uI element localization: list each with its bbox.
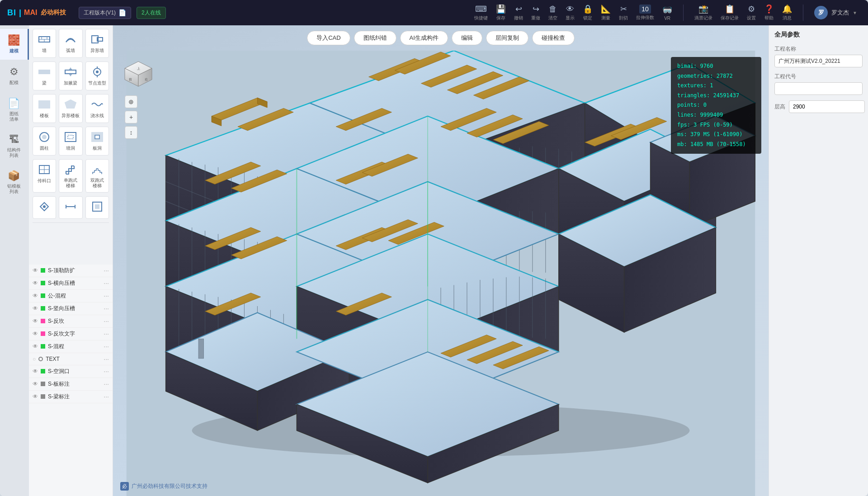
layer-more-l7[interactable]: ··· (104, 343, 109, 350)
view-home-btn[interactable]: + (125, 111, 137, 123)
vp-btn-draw-grid[interactable]: 图纸纠错 (354, 31, 396, 45)
tool-save[interactable]: 💾 保存 (492, 2, 509, 23)
layer-item-l8[interactable]: ○ TEXT ··· (29, 353, 113, 365)
tool-window[interactable]: 传科口 (33, 159, 56, 193)
tool-node[interactable]: 节点造型 (85, 61, 109, 90)
layer-item-l6[interactable]: 👁 S-反坎文字 ··· (29, 328, 113, 340)
floor-height-input[interactable] (789, 100, 865, 113)
layer-eye-l4[interactable]: 👁 (33, 305, 38, 312)
layer-eye-l1[interactable]: 👁 (33, 267, 38, 274)
tool-misc1[interactable] (33, 196, 56, 219)
view-cube[interactable]: 上 前 右 (120, 57, 156, 93)
sidebar-nav-drawings[interactable]: 📄 图纸清单 (0, 92, 29, 128)
tool-stretch[interactable]: 10 拉伸倍数 (632, 3, 658, 23)
layer-eye-l2[interactable]: 👁 (33, 280, 38, 286)
vr-label: VR (664, 16, 670, 21)
layer-item-l5[interactable]: 👁 S-反坎 ··· (29, 315, 113, 328)
tool-help[interactable]: ❓ 帮助 (760, 2, 778, 23)
tool-single-stair[interactable]: 单跑式楼梯 (59, 159, 82, 193)
tool-special-wall[interactable]: 异形墙 (85, 29, 109, 58)
tool-settings[interactable]: ⚙ 设置 (743, 2, 760, 23)
layer-eye-l7[interactable]: 👁 (33, 343, 38, 350)
view-compass-btn[interactable]: ⊕ (125, 95, 137, 108)
layer-item-l10[interactable]: 👁 S-板标注 ··· (29, 378, 113, 391)
user-area[interactable]: 罗 罗文杰 ▼ (811, 4, 861, 21)
layer-item-l7[interactable]: 👁 S-混程 ··· (29, 340, 113, 353)
tool-slab[interactable]: 楼板 (33, 94, 56, 123)
layer-eye-l10[interactable]: 👁 (33, 381, 38, 387)
layer-more-l11[interactable]: ··· (104, 393, 109, 400)
tool-slab-hole[interactable]: 板洞 (85, 127, 109, 156)
layer-eye-l8[interactable]: ○ (33, 356, 36, 362)
vp-btn-collision[interactable]: 碰撞检查 (532, 31, 575, 45)
drawings-label: 图纸清单 (9, 111, 19, 122)
project-code-input[interactable] (774, 82, 863, 95)
tool-pour-line[interactable]: 浇水线 (85, 94, 109, 123)
layer-name-l2: S-横向压槽 (48, 279, 75, 287)
tool-wall[interactable]: 墙 (33, 29, 56, 58)
layer-more-l6[interactable]: ··· (104, 330, 109, 337)
config-label: 配模 (9, 80, 19, 86)
tool-section[interactable]: ✂ 剖切 (615, 2, 632, 23)
logo: BI | MAI 必动科技 (7, 8, 66, 18)
tool-shortcuts[interactable]: ⌨ 快捷键 (471, 2, 491, 23)
svg-rect-20 (68, 135, 73, 139)
tool-add-beam[interactable]: 加腋梁 (59, 61, 82, 90)
layer-more-l4[interactable]: ··· (104, 305, 109, 312)
layer-item-l3[interactable]: 👁 公-混程 ··· (29, 290, 113, 302)
project-name-input[interactable] (774, 55, 863, 67)
tool-arc-wall[interactable]: 弧墙 (59, 29, 82, 58)
vp-btn-floor-copy[interactable]: 层间复制 (486, 31, 528, 45)
vp-btn-ai-generate[interactable]: AI生成构件 (400, 31, 448, 45)
tool-messages[interactable]: 🔔 消息 (778, 2, 796, 23)
layer-item-l2[interactable]: 👁 S-横向压槽 ··· (29, 277, 113, 290)
tool-double-stair[interactable]: 双跑式楼梯 (85, 159, 109, 193)
tool-vr[interactable]: 🥽 VR (659, 3, 676, 23)
sidebar-nav-formwork[interactable]: 📦 铝模板列表 (0, 165, 29, 200)
layer-item-l9[interactable]: 👁 S-空洞口 ··· (29, 365, 113, 378)
view-expand-btn[interactable]: ↕ (125, 126, 137, 139)
layer-eye-l5[interactable]: 👁 (33, 318, 38, 324)
layer-eye-l3[interactable]: 👁 (33, 293, 38, 299)
tool-misc3[interactable] (85, 196, 109, 219)
tool-special-slab[interactable]: 异形楼板 (59, 94, 82, 123)
header: BI | MAI 必动科技 工程版本(V1) 📄 2人在线 ⌨ 快捷键 💾 保存 (0, 0, 868, 25)
tool-measure[interactable]: 📐 测量 (597, 2, 614, 23)
vp-btn-import-cad[interactable]: 导入CAD (307, 31, 350, 45)
layer-more-l1[interactable]: ··· (104, 267, 109, 274)
viewport[interactable]: 导入CAD 图纸纠错 AI生成构件 编辑 层间复制 碰撞检查 (113, 25, 769, 496)
tool-misc2[interactable] (59, 196, 82, 219)
layer-more-l8[interactable]: ··· (104, 355, 109, 363)
wall-label: 墙 (42, 47, 47, 54)
debug-geometries: geometries: 27872 (677, 71, 755, 81)
tool-snapshots[interactable]: 📸 滴票记录 (691, 2, 716, 23)
tool-wall-hole[interactable]: 墙洞 (59, 127, 82, 156)
sidebar-nav-build[interactable]: 🧱 建模 (0, 29, 29, 60)
tool-save-record[interactable]: 📋 保存记录 (717, 2, 742, 23)
layer-eye-l11[interactable]: 👁 (33, 393, 38, 400)
tool-display[interactable]: 👁 显示 (562, 3, 578, 23)
layer-more-l2[interactable]: ··· (104, 279, 109, 287)
sidebar-nav-config[interactable]: ⚙ 配模 (0, 61, 29, 91)
tool-lock[interactable]: 🔒 锁定 (579, 2, 596, 23)
tool-column[interactable]: 圆柱 (33, 127, 56, 156)
layer-item-l4[interactable]: 👁 S-竖向压槽 ··· (29, 302, 113, 315)
layer-item-l11[interactable]: 👁 S-梁标注 ··· (29, 391, 113, 403)
layer-eye-l9[interactable]: 👁 (33, 368, 38, 374)
tool-undo[interactable]: ↩ 撤销 (510, 2, 527, 23)
vp-btn-edit[interactable]: 编辑 (452, 31, 482, 45)
sidebar-nav-struct[interactable]: 🏗 结构件列表 (0, 128, 29, 164)
project-version-badge[interactable]: 工程版本(V1) 📄 (79, 7, 131, 19)
slab-icon (38, 98, 51, 111)
tool-redo[interactable]: ↪ 重做 (528, 2, 544, 23)
layer-more-l10[interactable]: ··· (104, 380, 109, 387)
tool-clear[interactable]: 🗑 清空 (545, 3, 561, 23)
build-icon: 🧱 (8, 34, 20, 46)
layer-eye-l6[interactable]: 👁 (33, 331, 38, 337)
layer-more-l5[interactable]: ··· (104, 317, 109, 325)
layer-more-l9[interactable]: ··· (104, 368, 109, 375)
viewport-3d (113, 51, 769, 496)
layer-more-l3[interactable]: ··· (104, 292, 109, 299)
layer-item-l1[interactable]: 👁 S-顶勒防扩 ··· (29, 265, 113, 277)
tool-beam[interactable]: 梁 (33, 61, 56, 90)
